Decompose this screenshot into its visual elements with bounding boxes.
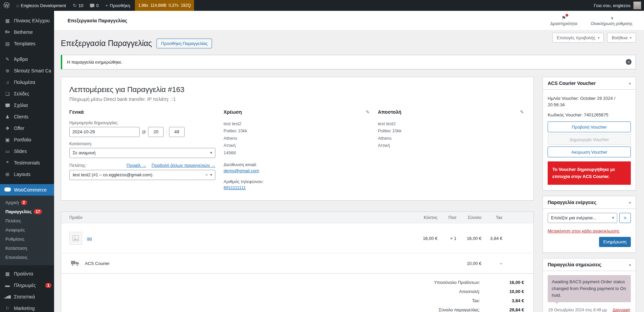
sidebar-item-templates[interactable]: ▤ Templates xyxy=(0,38,54,49)
comments-count: 0 xyxy=(96,3,98,8)
column-total: Σύνολο xyxy=(456,215,481,220)
sidebar-item-layouts[interactable]: ⊞ Layouts xyxy=(0,169,54,180)
sidebar-item-label: Slides xyxy=(14,149,51,154)
shipping-address-line: Athens xyxy=(378,135,524,142)
panel-title: ACS Courier Voucher xyxy=(548,81,596,86)
profile-link[interactable]: Προφίλ → xyxy=(126,163,146,168)
payments-icon: ▬ xyxy=(4,283,11,288)
sidebar-item-marketing[interactable]: ⚐ Marketing xyxy=(0,303,54,312)
new-content-menu[interactable]: + Προσθήκη xyxy=(102,0,134,11)
admin-sidebar: ▦ Πίνακας Ελέγχου Be Betheme ▤ Templates… xyxy=(0,11,54,312)
product-link[interactable]: gg xyxy=(87,236,92,241)
updates-menu[interactable]: ↻ 10 xyxy=(69,0,87,11)
sidebar-item-stats[interactable]: ▂▅▇ Στατιστικά xyxy=(0,291,54,303)
delete-note-link[interactable]: Διαγραφή xyxy=(613,308,630,312)
submenu-item-settings[interactable]: Ρυθμίσεις xyxy=(0,235,54,244)
sidebar-item-products[interactable]: ▩ Προϊόντα xyxy=(0,268,54,280)
sidebar-item-posts[interactable]: ✎ Άρθρα xyxy=(0,53,54,65)
order-subtitle: Πληρωμή μέσω Direct bank transfer. IP πε… xyxy=(69,96,525,102)
flag-icon: ⚑ xyxy=(562,15,566,20)
sidebar-item-betheme[interactable]: Be Betheme xyxy=(0,26,54,38)
edit-billing-icon[interactable]: ✎ xyxy=(366,109,370,115)
submenu-item-extensions[interactable]: Επεκτάσεις xyxy=(0,253,54,262)
add-order-button[interactable]: Προσθήκη Παραγγελίας xyxy=(157,39,212,48)
sidebar-item-testimonials[interactable]: ❝ Testimonials xyxy=(0,157,54,169)
totals-row: Σύνολο παραγγελίας: 29,84 € xyxy=(71,305,524,312)
admin-content: Επεξεργασία Παραγγελίας ⚑ Δραστηριότητα … xyxy=(54,11,644,312)
order-status-select[interactable]: Σε αναμονή ▾ xyxy=(69,148,215,158)
sidebar-item-media[interactable]: ♫ Πολυμέσα xyxy=(0,76,54,88)
sidebar-item-pages[interactable]: ❏ Σελίδες xyxy=(0,88,54,99)
setup-tab[interactable]: ◑ Ολοκλήρωση ρύθμισης xyxy=(584,11,639,30)
sidebar-item-clients[interactable]: ♟ Clients xyxy=(0,111,54,122)
order-hour-input[interactable] xyxy=(148,127,164,137)
sidebar-item-skroutz-smart-cart[interactable]: ⊚ Skroutz Smart Cart xyxy=(0,65,54,76)
billing-email-link[interactable]: demo@gmail.com xyxy=(223,168,259,173)
sidebar-item-label: Layouts xyxy=(14,172,51,177)
order-date-input[interactable] xyxy=(69,127,140,137)
shipping-column: Αποστολή ✎ test test2 Politec 10kk Athen… xyxy=(378,109,525,190)
voucher-date: Ημ/νία Voucher: October 29 2024 / 20:56:… xyxy=(548,95,631,108)
screen-options-button[interactable]: Επιλογές προβολής ▾ xyxy=(552,33,604,43)
apply-action-button[interactable]: > xyxy=(619,213,631,223)
cancel-voucher-button[interactable]: Ακύρωση Voucher xyxy=(548,147,631,157)
sidebar-item-dashboard[interactable]: ▦ Πίνακας Ελέγχου xyxy=(0,15,54,26)
wordpress-menu[interactable]: Ⓦ xyxy=(0,0,13,11)
create-voucher-button[interactable]: Δημιουργία Voucher xyxy=(548,134,631,145)
woocommerce-submenu: Αρχική 2 Παραγγελίες 17 Πελάτες Αναφορές… xyxy=(0,196,54,265)
dismiss-notice-button[interactable]: × xyxy=(626,59,631,65)
woocommerce-icon xyxy=(4,187,11,193)
sidebar-item-label: Πίνακας Ελέγχου xyxy=(14,18,51,24)
avatar[interactable] xyxy=(633,1,641,9)
sidebar-item-label: Portfolio xyxy=(14,137,51,143)
shipping-address-line: Αττική xyxy=(378,142,524,149)
clear-selection-icon[interactable]: × xyxy=(205,172,208,177)
order-action-select[interactable]: Επιλέξτε μια ενέργεια... ▾ xyxy=(548,213,617,223)
submenu-item-reports[interactable]: Αναφορές xyxy=(0,225,54,235)
shipping-total: 10,00 € xyxy=(456,261,481,266)
collapse-toggle-icon[interactable]: ▴ xyxy=(629,200,631,204)
view-voucher-button[interactable]: Προβολή Voucher xyxy=(548,121,631,132)
notification-dot xyxy=(566,14,568,17)
billing-address-line: test test2 xyxy=(223,120,369,127)
note-date: 29 Οκτωβρίου 2024 στις 8:49 μμ xyxy=(548,308,607,312)
sidebar-item-label: Πολυμέσα xyxy=(14,80,51,85)
status-label: Κατάσταση: xyxy=(69,141,215,146)
submenu-item-status[interactable]: Κατάσταση xyxy=(0,244,54,253)
collapse-toggle-icon[interactable]: ▴ xyxy=(629,81,631,85)
collapse-toggle-icon[interactable]: ▴ xyxy=(629,262,631,267)
update-notice: Η παραγγελία ενημερώθηκε. × xyxy=(61,55,636,69)
account-greeting[interactable]: Γεια σου, englezos xyxy=(594,3,630,8)
help-button[interactable]: Βοήθεια ▾ xyxy=(607,33,636,43)
billing-phone-link[interactable]: 6911111111 xyxy=(223,185,246,190)
update-order-button[interactable]: Ενημέρωση xyxy=(599,237,631,247)
sidebar-item-slides[interactable]: ▭ Slides xyxy=(0,146,54,157)
customer-select[interactable]: test test2 (#1 – co.egglezos@gmail.com) … xyxy=(69,170,215,180)
order-minute-input[interactable] xyxy=(169,127,185,137)
sidebar-item-woocommerce[interactable]: WooCommerce xyxy=(0,184,54,196)
activity-tab[interactable]: ⚑ Δραστηριότητα xyxy=(544,11,584,30)
sidebar-item-portfolio[interactable]: ▣ Portfolio xyxy=(0,134,54,146)
order-note: Awaiting BACS payment Order status chang… xyxy=(548,275,631,302)
order-title: Λεπτομέρειες για Παραγγελία #163 xyxy=(69,85,525,94)
general-column: Γενικά Ημερομηνία δημιουργίας: @ : xyxy=(69,109,223,190)
other-orders-link[interactable]: Προβολή άλλων παραγγελιών → xyxy=(151,163,215,168)
submenu-item-customers[interactable]: Πελάτες xyxy=(0,216,54,225)
cart-icon: ⊚ xyxy=(4,68,11,74)
move-to-trash-link[interactable]: Μετακίνηση στον κάδο ανακύκλωσης xyxy=(548,228,620,233)
query-monitor-badge[interactable]: 1,98s 114,6MB 0,37s 192Q xyxy=(135,0,194,11)
site-name-menu[interactable]: ⌂ Englezos Development xyxy=(13,0,69,11)
voucher-success-alert: Το Voucher δημιουργήθηκε με επιτυχία στη… xyxy=(548,161,631,184)
comments-menu[interactable]: 0 xyxy=(87,0,102,11)
time-separator: : xyxy=(166,129,167,134)
edit-shipping-icon[interactable]: ✎ xyxy=(520,109,524,115)
sidebar-item-offer[interactable]: ❖ Offer xyxy=(0,122,54,134)
sidebar-item-payments[interactable]: ▬ Πληρωμές 1 xyxy=(0,280,54,291)
column-tax: Tax xyxy=(481,215,502,220)
templates-icon: ▤ xyxy=(4,41,11,47)
sidebar-item-comments[interactable]: Σχόλια xyxy=(0,99,54,111)
slides-icon: ▭ xyxy=(4,149,11,154)
menu-separator xyxy=(0,49,54,53)
submenu-item-home[interactable]: Αρχική 2 xyxy=(0,198,54,207)
submenu-item-orders[interactable]: Παραγγελίες 17 xyxy=(0,207,54,216)
